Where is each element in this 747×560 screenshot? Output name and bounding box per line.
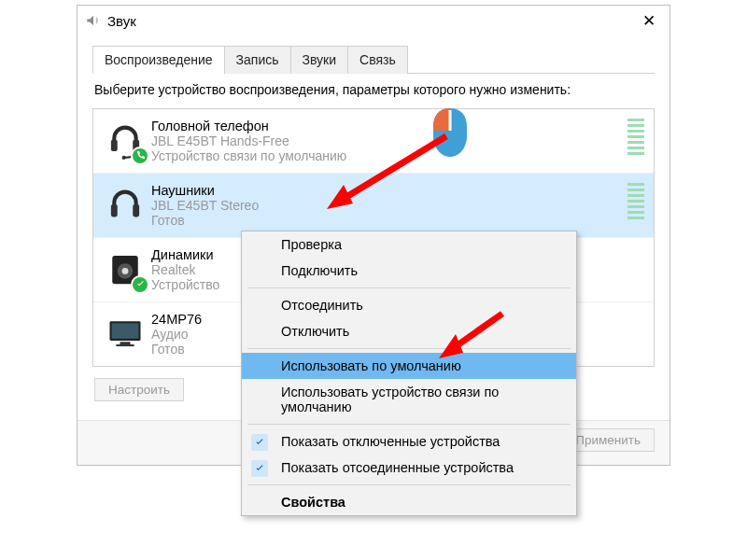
- device-status: Устройство связи по умолчанию: [151, 148, 620, 163]
- menu-separator: [247, 424, 571, 425]
- device-status: Готов: [151, 213, 620, 228]
- device-sub: JBL E45BT Stereo: [151, 198, 620, 213]
- check-icon: [251, 460, 268, 477]
- menu-separator: [247, 287, 571, 288]
- svg-rect-10: [120, 342, 131, 344]
- menu-show-disconnected[interactable]: Показать отсоединенные устройства: [242, 455, 576, 481]
- menu-properties[interactable]: Свойства: [242, 489, 576, 515]
- tab-recording[interactable]: Запись: [224, 46, 291, 74]
- titlebar: Звук ✕: [78, 6, 669, 35]
- level-meter: [626, 119, 644, 155]
- headphones-icon: [99, 183, 151, 228]
- level-meter: [626, 183, 644, 219]
- menu-disconnect[interactable]: Отсоединить: [242, 292, 576, 318]
- tab-communications[interactable]: Связь: [347, 46, 408, 74]
- phone-badge-icon: [131, 147, 149, 165]
- configure-button[interactable]: Настроить: [94, 378, 184, 401]
- device-sub: JBL E45BT Hands-Free: [151, 133, 620, 148]
- check-badge-icon: [131, 275, 149, 294]
- menu-separator: [247, 484, 571, 485]
- window-title: Звук: [107, 13, 628, 29]
- tab-playback[interactable]: Воспроизведение: [92, 46, 225, 74]
- monitor-icon: [99, 312, 151, 357]
- instruction-text: Выберите устройство воспроизведения, пар…: [94, 81, 653, 99]
- svg-rect-9: [112, 323, 139, 339]
- menu-separator: [247, 348, 571, 349]
- menu-label: Показать отсоединенные устройства: [281, 460, 514, 475]
- menu-set-default[interactable]: Использовать по умолчанию: [242, 353, 576, 379]
- device-info: Наушники JBL E45BT Stereo Готов: [151, 183, 620, 228]
- svg-rect-4: [133, 204, 139, 217]
- device-title: Головной телефон: [151, 119, 620, 133]
- svg-rect-3: [111, 204, 118, 217]
- sound-title-icon: [85, 12, 102, 29]
- device-row-headphones[interactable]: Наушники JBL E45BT Stereo Готов: [93, 173, 654, 237]
- device-title: Наушники: [151, 183, 620, 198]
- context-menu: Проверка Подключить Отсоединить Отключит…: [241, 231, 577, 516]
- speaker-icon: [99, 247, 151, 292]
- menu-connect[interactable]: Подключить: [242, 258, 576, 284]
- menu-label: Показать отключенные устройства: [281, 434, 500, 449]
- device-info: Головной телефон JBL E45BT Hands-Free Ус…: [151, 119, 620, 163]
- menu-set-default-comm[interactable]: Использовать устройство связи по умолчан…: [242, 379, 576, 420]
- svg-point-2: [122, 156, 126, 160]
- svg-point-7: [122, 268, 129, 274]
- menu-disable[interactable]: Отключить: [242, 318, 576, 344]
- device-row-headset[interactable]: Головной телефон JBL E45BT Hands-Free Ус…: [93, 109, 654, 173]
- menu-show-disabled[interactable]: Показать отключенные устройства: [242, 428, 576, 455]
- tab-strip: Воспроизведение Запись Звуки Связь: [92, 45, 655, 74]
- svg-rect-0: [111, 140, 118, 151]
- close-button[interactable]: ✕: [628, 11, 669, 31]
- menu-test[interactable]: Проверка: [242, 231, 576, 258]
- tab-sounds[interactable]: Звуки: [290, 46, 349, 74]
- check-icon: [251, 434, 268, 451]
- headset-icon: [99, 119, 151, 163]
- svg-rect-11: [116, 344, 134, 346]
